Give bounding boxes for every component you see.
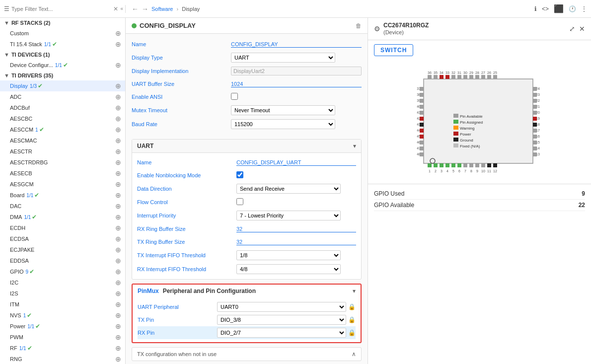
- sidebar-item-dma[interactable]: DMA 1/1 ✔ ⊕: [0, 212, 125, 222]
- pinmux-uart-peripheral-value[interactable]: UART0 🔒: [217, 302, 356, 312]
- add-rng-icon[interactable]: ⊕: [115, 355, 121, 363]
- sidebar-item-rng[interactable]: RNG ⊕: [0, 354, 125, 364]
- sidebar-item-pwm[interactable]: PWM ⊕: [0, 332, 125, 343]
- add-dma-icon[interactable]: ⊕: [115, 213, 121, 221]
- add-aescbc-icon[interactable]: ⊕: [115, 115, 121, 123]
- pinmux-header[interactable]: PinMux Peripheral and Pin Configuration …: [133, 285, 361, 297]
- sidebar-item-dac[interactable]: DAC ⊕: [0, 201, 125, 212]
- sidebar-item-aesctrdrbg[interactable]: AESCTRDRBG ⊕: [0, 157, 125, 168]
- sidebar-item-nvs[interactable]: NVS 1 ✔ ⊕: [0, 310, 125, 321]
- section-ti-drivers-header[interactable]: ▼ TI DRIVERS (35): [0, 71, 125, 80]
- interrupt-priority-dropdown[interactable]: 7 - Lowest Priority: [236, 211, 341, 220]
- uart-interrupt-select[interactable]: 7 - Lowest Priority: [236, 211, 356, 220]
- field-name-value[interactable]: CONFIG_DISPLAY: [231, 41, 362, 48]
- add-adcbuf-icon[interactable]: ⊕: [115, 104, 121, 112]
- sidebar-item-adcbuf[interactable]: ADCBuf ⊕: [0, 102, 125, 113]
- display-type-dropdown[interactable]: UART: [231, 53, 335, 63]
- add-i2c-icon[interactable]: ⊕: [115, 279, 121, 287]
- data-dir-dropdown[interactable]: Send and Receive: [236, 184, 341, 194]
- uart-rx-ring-value[interactable]: 32: [236, 226, 356, 232]
- rx-fifo-dropdown[interactable]: 4/8: [236, 264, 341, 274]
- history-icon[interactable]: 🕐: [569, 5, 576, 12]
- add-itm-icon[interactable]: ⊕: [115, 300, 121, 308]
- expand-icon[interactable]: ⤢: [569, 25, 575, 33]
- sidebar-item-ecjpake[interactable]: ECJPAKE ⊕: [0, 244, 125, 255]
- add-nvs-icon[interactable]: ⊕: [115, 311, 121, 319]
- sidebar-item-custom[interactable]: Custom ⊕: [0, 28, 125, 39]
- add-adc-icon[interactable]: ⊕: [115, 93, 121, 101]
- sidebar-item-ecdsa[interactable]: ECDSA ⊕: [0, 233, 125, 244]
- add-ti154-icon[interactable]: ⊕: [115, 40, 121, 48]
- tx-config-header[interactable]: TX configuration when not in use ∧: [132, 348, 361, 361]
- sidebar-item-display[interactable]: Display 1/3 ✔ ⊕: [0, 80, 125, 91]
- sidebar-item-board[interactable]: Board 1/1 ✔ ⊕: [0, 190, 125, 201]
- uart-peripheral-dropdown[interactable]: UART0: [217, 302, 346, 312]
- filter-input[interactable]: [11, 6, 111, 12]
- add-aesccm-icon[interactable]: ⊕: [115, 126, 121, 134]
- sidebar-item-aescbc[interactable]: AESCBC ⊕: [0, 113, 125, 124]
- sidebar-item-adc[interactable]: ADC ⊕: [0, 91, 125, 102]
- field-enable-ansi-checkbox[interactable]: [231, 93, 362, 101]
- sidebar-item-itm[interactable]: ITM ⊕: [0, 299, 125, 310]
- baud-rate-dropdown[interactable]: 115200: [231, 119, 335, 129]
- nonblocking-checkbox[interactable]: [236, 171, 243, 178]
- uart-name-value[interactable]: CONFIG_DISPLAY_UART: [236, 159, 356, 166]
- add-aesctrdrbg-icon[interactable]: ⊕: [115, 158, 121, 166]
- field-uart-buffer-value[interactable]: 1024: [231, 81, 362, 87]
- info-icon[interactable]: ℹ: [534, 5, 537, 12]
- uart-subsection-header[interactable]: UART ▾: [132, 140, 361, 153]
- close-filter-icon[interactable]: ✕: [113, 5, 118, 12]
- back-icon[interactable]: ←: [132, 5, 139, 13]
- sidebar-item-ecdh[interactable]: ECDH ⊕: [0, 222, 125, 233]
- flow-control-checkbox[interactable]: [236, 198, 243, 205]
- tx-pin-dropdown[interactable]: DIO_3/8: [217, 315, 346, 325]
- add-aesgcm-icon[interactable]: ⊕: [115, 180, 121, 188]
- section-rf-stacks-header[interactable]: ▼ RF STACKS (2): [0, 18, 125, 28]
- sidebar-item-aesecb[interactable]: AESECB ⊕: [0, 168, 125, 179]
- sidebar-item-ti154[interactable]: TI 15.4 Stack 1/1 ✔ ⊕: [0, 39, 125, 50]
- sidebar-item-aescmac[interactable]: AESCMAC ⊕: [0, 135, 125, 146]
- field-mutex-timeout-select[interactable]: Never Timeout: [231, 105, 362, 115]
- tx-fifo-dropdown[interactable]: 1/8: [236, 250, 341, 260]
- mutex-timeout-dropdown[interactable]: Never Timeout: [231, 105, 335, 115]
- sidebar-item-i2s[interactable]: I2S ⊕: [0, 288, 125, 299]
- add-custom-icon[interactable]: ⊕: [115, 29, 121, 37]
- add-ecdsa-icon[interactable]: ⊕: [115, 235, 121, 243]
- add-rf-icon[interactable]: ⊕: [115, 344, 121, 352]
- field-baud-rate-select[interactable]: 115200: [231, 119, 362, 129]
- add-gpio-icon[interactable]: ⊕: [115, 268, 121, 276]
- add-aescmac-icon[interactable]: ⊕: [115, 137, 121, 145]
- add-board-icon[interactable]: ⊕: [115, 191, 121, 199]
- sidebar-item-eddsa[interactable]: EDDSA ⊕: [0, 255, 125, 266]
- sidebar-item-i2c[interactable]: I2C ⊕: [0, 277, 125, 288]
- section-ti-devices-header[interactable]: ▼ TI DEVICES (1): [0, 50, 125, 60]
- collapse-icon[interactable]: «: [120, 6, 123, 11]
- sidebar-item-aesctr[interactable]: AESCTR ⊕: [0, 146, 125, 157]
- uart-rx-fifo-select[interactable]: 4/8: [236, 264, 356, 274]
- add-pwm-icon[interactable]: ⊕: [115, 333, 121, 341]
- code-icon[interactable]: <>: [542, 5, 549, 12]
- forward-icon[interactable]: →: [142, 5, 148, 13]
- delete-config-icon[interactable]: 🗑: [356, 22, 362, 29]
- switch-button[interactable]: SWITCH: [374, 44, 413, 56]
- close-right-panel-icon[interactable]: ✕: [579, 25, 585, 33]
- add-power-icon[interactable]: ⊕: [115, 322, 121, 330]
- add-ecjpake-icon[interactable]: ⊕: [115, 246, 121, 254]
- sidebar-item-gpio[interactable]: GPIO 9 ✔ ⊕: [0, 266, 125, 277]
- sidebar-item-power[interactable]: Power 1/1 ✔ ⊕: [0, 321, 125, 332]
- add-i2s-icon[interactable]: ⊕: [115, 290, 121, 297]
- uart-tx-fifo-select[interactable]: 1/8: [236, 250, 356, 260]
- breadcrumb-software[interactable]: Software: [151, 6, 173, 12]
- enable-ansi-checkbox[interactable]: [231, 93, 238, 100]
- rx-pin-dropdown[interactable]: DIO_2/7: [217, 328, 346, 338]
- uart-flow-checkbox[interactable]: [236, 198, 356, 206]
- add-aesecb-icon[interactable]: ⊕: [115, 169, 121, 177]
- add-device-config-icon[interactable]: ⊕: [115, 61, 121, 69]
- sidebar-item-device-config[interactable]: Device Configur... 1/1 ✔ ⊕: [0, 60, 125, 71]
- add-display-icon[interactable]: ⊕: [115, 82, 121, 90]
- pinmux-rx-pin-value[interactable]: DIO_2/7 🔒: [217, 328, 356, 338]
- field-display-type-select[interactable]: UART: [231, 53, 362, 63]
- add-eddsa-icon[interactable]: ⊕: [115, 257, 121, 265]
- uart-data-dir-select[interactable]: Send and Receive: [236, 184, 356, 194]
- pinmux-tx-pin-value[interactable]: DIO_3/8 🔒: [217, 315, 356, 325]
